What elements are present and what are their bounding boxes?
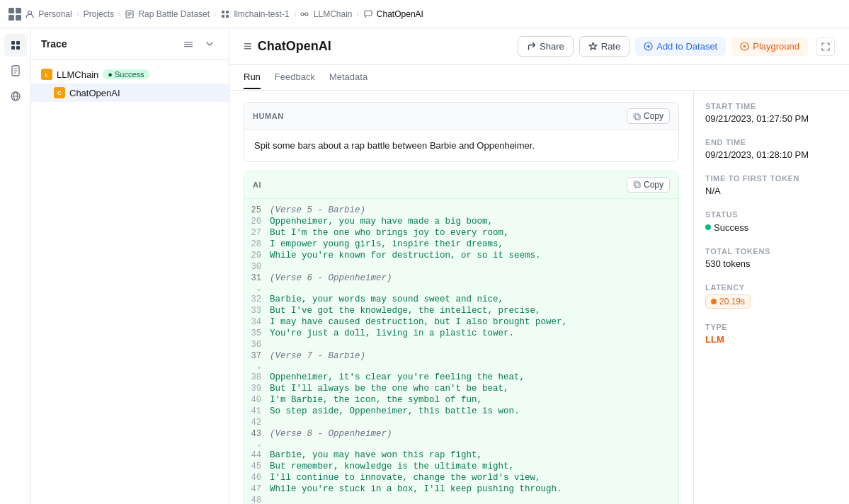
nav-dataset[interactable]: Rap Battle Dataset	[125, 9, 210, 19]
page-title: ChatOpenAI	[258, 39, 331, 54]
line-number: 40	[244, 395, 270, 405]
line-text: But remember, knowledge is the ultimate …	[270, 462, 678, 471]
share-button[interactable]: Share	[518, 36, 574, 57]
line-number: 31 ⌄	[244, 273, 270, 293]
line-text: Barbie, your words may sound sweet and n…	[270, 294, 678, 304]
start-time-section: START TIME 09/21/2023, 01:27:50 PM	[705, 102, 838, 124]
ai-message-header: AI Copy	[244, 171, 678, 199]
llmchain-icon: L	[41, 69, 52, 80]
ai-copy-button[interactable]: Copy	[627, 177, 670, 193]
line-text: But I've got the knowledge, the intellec…	[270, 306, 678, 316]
tab-run[interactable]: Run	[244, 66, 261, 89]
svg-rect-3	[16, 15, 21, 21]
sidebar-tree: L LLMChain ● Success C ChatOpenAI	[31, 59, 229, 504]
nav-projects[interactable]: Projects	[84, 9, 114, 19]
line-text: I'll continue to innovate, change the wo…	[270, 473, 678, 483]
ai-copy-label: Copy	[644, 180, 663, 190]
line-text: Barbie, you may have won this rap fight,	[270, 450, 678, 460]
sidebar-expand-btn[interactable]	[200, 35, 219, 53]
line-text: But I'll always be the one who can't be …	[270, 384, 678, 394]
ai-code-line: 43 ⌄(Verse 8 - Oppenheimer)	[244, 428, 678, 449]
nav-personal[interactable]: Personal	[25, 9, 72, 19]
line-text: (Verse 5 - Barbie)	[270, 205, 678, 215]
human-message-header: HUMAN Copy	[244, 103, 678, 130]
main-content: ≡ ChatOpenAI Share Rate Add to Dataset	[229, 28, 849, 504]
llmchain-status-badge: ● Success	[103, 69, 149, 79]
line-text: While you're known for destruction, or s…	[270, 251, 678, 260]
human-message-content: Spit some bars about a rap battle betwee…	[244, 130, 678, 161]
nav-llmchain[interactable]: LLMChain	[300, 9, 352, 19]
line-number: 35	[244, 328, 270, 338]
ai-code-line: 48	[244, 495, 678, 505]
end-time-section: END TIME 09/21/2023, 01:28:10 PM	[705, 138, 838, 160]
type-label: TYPE	[705, 323, 838, 331]
fullscreen-button[interactable]	[816, 38, 835, 56]
svg-rect-11	[222, 15, 224, 18]
svg-rect-10	[226, 11, 229, 13]
sep-4: ›	[293, 9, 296, 19]
ai-code-line: 33But I've got the knowledge, the intell…	[244, 305, 678, 316]
sidebar-item-llmchain[interactable]: L LLMChain ● Success	[31, 65, 229, 84]
center-panel: HUMAN Copy Spit some bars about a rap ba…	[229, 91, 693, 504]
line-text: I empower young girls, inspire their dre…	[270, 239, 678, 249]
status-label: STATUS	[705, 210, 838, 219]
ai-message-content: 25(Verse 5 - Barbie)26Oppenheimer, you m…	[244, 199, 678, 505]
svg-rect-29	[184, 42, 193, 42]
line-number: 38	[244, 372, 270, 382]
human-text: Spit some bars about a rap battle betwee…	[254, 140, 535, 151]
rate-button[interactable]: Rate	[579, 36, 629, 57]
logo-icon	[8, 8, 21, 21]
type-section: TYPE LLM	[705, 323, 838, 345]
right-panel: START TIME 09/21/2023, 01:27:50 PM END T…	[693, 91, 849, 504]
svg-point-14	[305, 13, 308, 16]
time-first-token-value: N/A	[705, 185, 838, 196]
llmchain-label: LLMChain	[57, 69, 98, 80]
total-tokens-section: TOTAL TOKENS 530 tokens	[705, 247, 838, 269]
svg-rect-36	[635, 115, 640, 120]
sidebar-collapse-btn[interactable]	[179, 35, 198, 53]
sidebar: Trace L LLMChain ● Success C	[31, 28, 229, 504]
share-label: Share	[540, 41, 564, 52]
human-message-block: HUMAN Copy Spit some bars about a rap ba…	[244, 102, 679, 162]
nav-chatopenai[interactable]: ChatOpenAI	[364, 9, 423, 19]
line-number: 46	[244, 473, 270, 483]
sidebar-actions	[179, 35, 219, 53]
human-copy-button[interactable]: Copy	[627, 108, 670, 124]
total-tokens-label: TOTAL TOKENS	[705, 247, 838, 256]
line-number: 48	[244, 496, 270, 505]
ai-code-line: 41So step aside, Oppenheimer, this battl…	[244, 406, 678, 417]
icon-bar	[0, 28, 31, 504]
icon-globe[interactable]	[4, 85, 27, 108]
line-number: 32	[244, 294, 270, 304]
playground-button[interactable]: Playground	[731, 37, 808, 56]
line-text: But I'm the one who brings joy to every …	[270, 228, 678, 238]
tab-metadata[interactable]: Metadata	[329, 66, 367, 89]
line-number: 28	[244, 239, 270, 249]
ai-code-line: 26Oppenheimer, you may have made a big b…	[244, 216, 678, 227]
line-number: 27	[244, 228, 270, 238]
add-dataset-button[interactable]: Add to Dataset	[635, 37, 726, 56]
line-text: (Verse 7 - Barbie)	[270, 351, 678, 361]
end-time-value: 09/21/2023, 01:28:10 PM	[705, 149, 838, 160]
tab-feedback[interactable]: Feedback	[275, 66, 315, 89]
icon-document[interactable]	[4, 59, 27, 82]
content-header: ≡ ChatOpenAI Share Rate Add to Dataset	[229, 28, 849, 65]
svg-rect-2	[8, 15, 14, 21]
nav-llmchain-test[interactable]: llmchain-test-1	[221, 9, 289, 19]
line-number: 42	[244, 418, 270, 428]
end-time-label: END TIME	[705, 138, 838, 147]
latency-value: 20.19s	[719, 297, 745, 307]
sep-1: ›	[76, 9, 79, 19]
line-number: 25	[244, 205, 270, 215]
svg-rect-37	[634, 113, 639, 118]
line-text: Oppenheimer, you may have made a big boo…	[270, 217, 678, 227]
sep-5: ›	[357, 9, 360, 19]
svg-rect-0	[8, 8, 14, 13]
latency-section: LATENCY 20.19s	[705, 283, 838, 309]
sidebar-item-chatopenai[interactable]: C ChatOpenAI	[31, 84, 229, 102]
icon-home[interactable]	[4, 34, 27, 57]
chatopenai-type-icon: C	[54, 87, 65, 98]
svg-rect-16	[365, 11, 372, 16]
ai-code-line: 27But I'm the one who brings joy to ever…	[244, 227, 678, 239]
ai-code-line: 36	[244, 339, 678, 350]
